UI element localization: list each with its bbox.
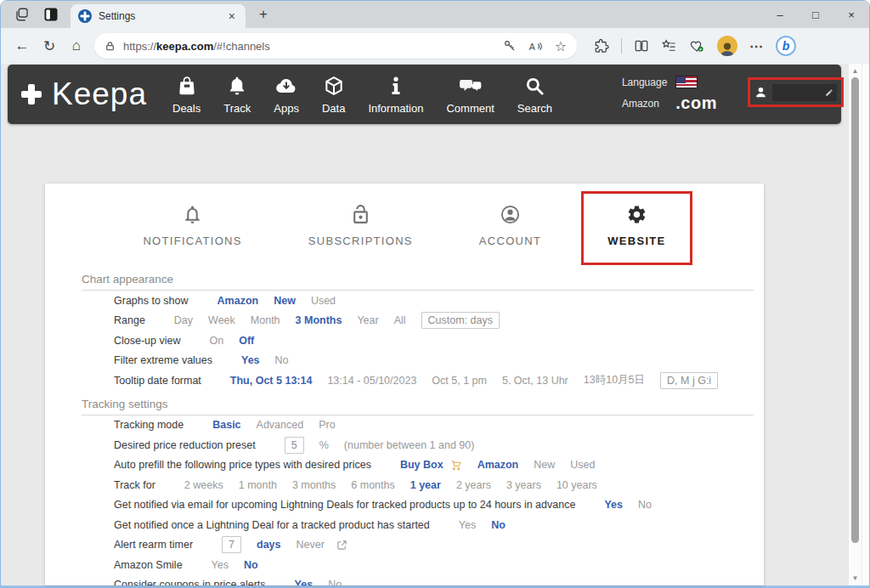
amazon-domain-label[interactable]: .com — [675, 93, 717, 113]
setting-options: YesNo — [604, 499, 652, 511]
setting-option[interactable]: Yes — [212, 559, 229, 571]
setting-option[interactable]: days — [257, 539, 281, 551]
toolbar-right-icons: ⋯ b — [594, 36, 796, 56]
setting-option[interactable]: No — [244, 559, 258, 571]
tab-subscriptions[interactable]: SUBSCRIPTIONS — [300, 197, 421, 254]
browser-tab-settings[interactable]: Settings × — [71, 4, 246, 28]
settings-menu-icon[interactable]: ⋯ — [749, 38, 764, 54]
tab-website[interactable]: WEBSITE — [599, 197, 674, 254]
setting-input[interactable]: 5 — [285, 437, 304, 454]
setting-option[interactable]: 13時10月5日 — [584, 373, 645, 387]
scrollbar-thumb[interactable] — [851, 77, 859, 543]
setting-option[interactable]: Never — [297, 539, 325, 551]
profile-avatar[interactable] — [717, 36, 737, 56]
nav-item-data[interactable]: Data — [322, 75, 345, 115]
page-scrollbar[interactable]: ▲ ▼ — [848, 64, 862, 585]
setting-option[interactable]: Buy Box — [400, 459, 443, 471]
setting-option[interactable]: Week — [208, 314, 235, 326]
cloud-download-icon — [274, 75, 298, 100]
address-bar[interactable]: https://keepa.com/#!channels A ☆ — [94, 33, 577, 59]
tab-actions-icon[interactable] — [43, 7, 59, 22]
setting-option[interactable]: Advanced — [257, 419, 304, 431]
nav-item-deals[interactable]: Deals — [172, 75, 201, 115]
minimize-button[interactable]: – — [762, 1, 798, 28]
setting-option[interactable]: 2 weeks — [184, 479, 223, 491]
split-screen-icon[interactable] — [634, 38, 649, 54]
setting-option[interactable]: Yes — [295, 579, 314, 585]
setting-option[interactable]: Yes — [459, 519, 476, 531]
setting-option[interactable]: 1 year — [410, 479, 441, 491]
collections-icon[interactable] — [661, 38, 677, 54]
setting-option[interactable]: On — [210, 335, 224, 347]
amazon-label[interactable]: Amazon — [622, 98, 667, 110]
new-tab-button[interactable]: + — [254, 6, 273, 23]
setting-option[interactable]: 6 months — [351, 479, 394, 491]
setting-option[interactable]: 5. Oct, 13 Uhr — [502, 375, 568, 387]
setting-option[interactable]: Used — [311, 295, 336, 307]
nav-item-apps[interactable]: Apps — [274, 75, 299, 115]
close-button[interactable]: × — [833, 1, 869, 28]
setting-option[interactable]: Amazon — [218, 295, 259, 307]
bell-outline-icon — [182, 204, 203, 229]
setting-options: 5%(number between 1 and 90) — [285, 437, 475, 454]
browser-titlebar: Settings × + – □ × — [1, 1, 869, 28]
setting-option[interactable]: No — [328, 579, 342, 585]
nav-item-track[interactable]: Track — [223, 75, 251, 115]
setting-option[interactable]: 1 month — [239, 479, 277, 491]
setting-option[interactable]: 3 months — [292, 479, 336, 491]
read-aloud-icon[interactable]: A — [528, 40, 543, 53]
nav-item-search[interactable]: Search — [517, 75, 552, 115]
maximize-button[interactable]: □ — [798, 1, 833, 28]
setting-option[interactable]: Amazon — [477, 459, 519, 471]
setting-input[interactable]: 7 — [222, 536, 241, 553]
extensions-icon[interactable] — [594, 38, 609, 54]
username-input[interactable] — [772, 84, 837, 101]
setting-option[interactable]: Thu, Oct 5 13:14 — [230, 375, 313, 387]
setting-option[interactable]: 10 years — [556, 479, 597, 491]
setting-option[interactable]: No — [491, 519, 506, 531]
tab-notifications[interactable]: NOTIFICATIONS — [134, 197, 250, 254]
setting-option[interactable]: Oct 5, 1 pm — [432, 375, 487, 387]
keepa-nav-items: Deals Track Apps Data Information — [172, 75, 552, 115]
scroll-up-icon[interactable]: ▲ — [852, 64, 859, 76]
setting-option[interactable]: 13:14 - 05/10/2023 — [327, 375, 416, 387]
us-flag-icon[interactable] — [675, 76, 698, 88]
setting-option[interactable]: Yes — [604, 499, 623, 511]
copilot-bing-icon[interactable]: b — [776, 36, 796, 56]
setting-option[interactable]: Off — [239, 335, 254, 347]
nav-item-comment[interactable]: Comment — [446, 75, 494, 115]
setting-option[interactable]: Pro — [319, 419, 335, 431]
back-icon[interactable]: ← — [9, 33, 35, 59]
setting-option[interactable]: No — [275, 354, 289, 366]
password-key-icon[interactable] — [503, 39, 517, 53]
favorite-star-icon[interactable]: ☆ — [555, 38, 567, 54]
setting-options: Thu, Oct 5 13:1413:14 - 05/10/2023Oct 5,… — [230, 372, 718, 389]
tab-account[interactable]: ACCOUNT — [471, 197, 550, 254]
language-label[interactable]: Language — [622, 76, 667, 88]
setting-option[interactable]: 3 Months — [296, 314, 342, 326]
setting-option[interactable]: New — [534, 459, 555, 471]
external-link-icon[interactable] — [336, 540, 347, 551]
scroll-down-icon[interactable]: ▼ — [852, 573, 859, 585]
refresh-icon[interactable]: ↻ — [37, 33, 62, 59]
setting-option[interactable]: Used — [570, 459, 595, 471]
setting-option[interactable]: Day — [174, 314, 193, 326]
setting-option[interactable]: Month — [251, 314, 280, 326]
setting-option[interactable]: 2 years — [456, 479, 491, 491]
workspaces-icon[interactable] — [14, 7, 30, 22]
gear-icon — [626, 204, 647, 229]
setting-option[interactable]: Year — [357, 314, 378, 326]
tab-close-icon[interactable]: × — [226, 9, 238, 23]
setting-input[interactable]: Custom: days — [421, 312, 500, 329]
setting-option[interactable]: Basic — [212, 419, 240, 431]
setting-option[interactable]: New — [274, 295, 296, 307]
keepa-logo[interactable]: Keepa — [21, 76, 147, 112]
setting-option[interactable]: No — [638, 499, 652, 511]
setting-option[interactable]: 3 years — [506, 479, 541, 491]
setting-option[interactable]: Yes — [241, 354, 260, 366]
setting-option[interactable]: All — [394, 314, 406, 326]
home-icon[interactable]: ⌂ — [64, 33, 89, 59]
browser-essentials-icon[interactable] — [689, 38, 705, 54]
setting-input[interactable]: D, M j G:i — [660, 372, 718, 389]
nav-item-information[interactable]: Information — [368, 75, 423, 115]
